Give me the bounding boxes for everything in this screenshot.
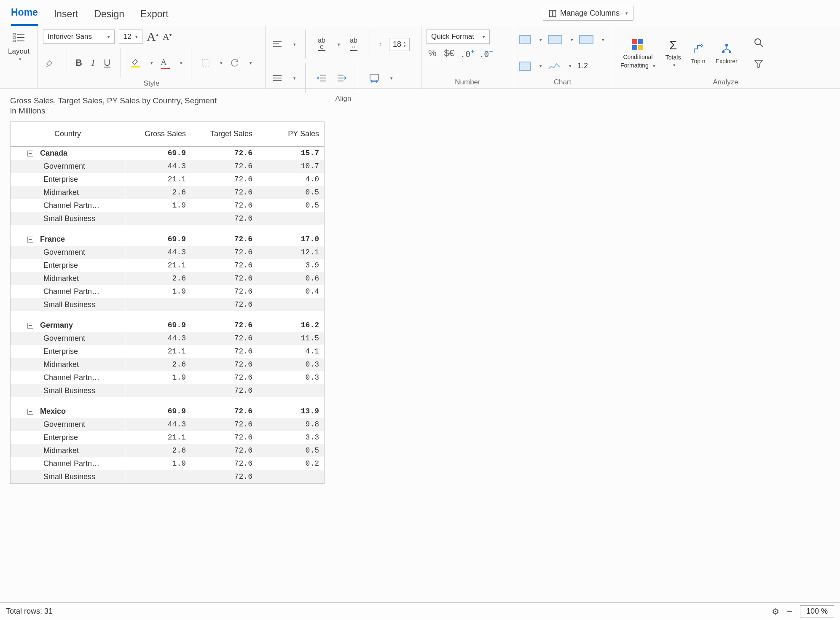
font-color-button[interactable]: A bbox=[159, 56, 172, 70]
tab-home[interactable]: Home bbox=[11, 7, 38, 26]
chevron-down-icon[interactable]: ▾ bbox=[150, 60, 153, 66]
table-row-parent[interactable]: −Germany69.972.616.2 bbox=[11, 319, 324, 332]
reset-style-button[interactable] bbox=[228, 58, 241, 68]
report-subtitle: in Millions bbox=[10, 106, 840, 116]
collapse-icon[interactable]: − bbox=[27, 151, 33, 156]
table-row[interactable]: Midmarket2.672.60.6 bbox=[11, 272, 324, 285]
chevron-down-icon[interactable]: ▾ bbox=[180, 60, 182, 66]
table-row[interactable]: Channel Partn…1.972.60.5 bbox=[11, 199, 324, 212]
chevron-down-icon[interactable]: ▾ bbox=[250, 60, 252, 66]
increase-decimal-button[interactable]: .0+ bbox=[460, 47, 475, 59]
percent-button[interactable]: % bbox=[427, 48, 438, 59]
manage-columns-icon bbox=[548, 9, 557, 18]
sparkline-button[interactable] bbox=[548, 62, 561, 70]
format-painter-icon[interactable] bbox=[43, 57, 56, 69]
fill-color-button[interactable] bbox=[129, 57, 142, 68]
table-row[interactable]: Enterprise21.172.63.3 bbox=[11, 431, 324, 444]
number-format-button[interactable]: 1.2 bbox=[577, 62, 588, 70]
gear-icon[interactable]: ⚙ bbox=[772, 607, 779, 617]
font-size-select[interactable]: 12▾ bbox=[119, 30, 142, 44]
chevron-down-icon[interactable]: ▾ bbox=[293, 75, 296, 81]
table-row-parent[interactable]: −France69.972.617.0 bbox=[11, 233, 324, 246]
table-row[interactable]: Small Business72.6 bbox=[11, 470, 324, 483]
topn-button[interactable]: Top n bbox=[687, 42, 709, 65]
table-row[interactable]: Enterprise21.172.63.9 bbox=[11, 259, 324, 272]
spinner-arrows[interactable]: ▴▾ bbox=[404, 40, 406, 48]
zoom-level[interactable]: 100 % bbox=[800, 605, 834, 617]
row-height-spinner[interactable]: 18 ▴▾ bbox=[389, 38, 410, 51]
horizontal-align-button[interactable] bbox=[271, 71, 284, 85]
col-country[interactable]: Country bbox=[11, 122, 125, 146]
table-row[interactable]: Government44.372.610.7 bbox=[11, 160, 324, 173]
chevron-down-icon[interactable]: ▾ bbox=[390, 75, 393, 81]
filter-icon[interactable] bbox=[752, 57, 765, 70]
manage-columns-button[interactable]: Manage Columns ▾ bbox=[543, 6, 633, 21]
group-style: Inforiver Sans▾ 12▾ A▴ A▾ B I U bbox=[38, 26, 266, 88]
fit-width-button[interactable] bbox=[368, 71, 381, 85]
vertical-align-button[interactable] bbox=[271, 38, 284, 51]
col-gross[interactable]: Gross Sales bbox=[125, 122, 192, 146]
bullet-chart-button[interactable] bbox=[519, 62, 531, 71]
totals-button[interactable]: Σ Totals ▾ bbox=[661, 38, 685, 68]
col-py[interactable]: PY Sales bbox=[258, 122, 325, 146]
table-row[interactable]: Channel Partn…1.972.60.2 bbox=[11, 457, 324, 470]
chevron-down-icon[interactable]: ▾ bbox=[293, 42, 296, 47]
explorer-button[interactable]: Explorer bbox=[711, 42, 742, 65]
col-target[interactable]: Target Sales bbox=[192, 122, 258, 146]
chevron-down-icon[interactable]: ▾ bbox=[338, 42, 340, 47]
chevron-down-icon[interactable]: ▾ bbox=[220, 60, 223, 66]
chevron-down-icon: ▾ bbox=[483, 34, 485, 40]
wrap-text-button[interactable]: abc bbox=[315, 38, 328, 51]
table-row[interactable]: Midmarket2.672.60.5 bbox=[11, 444, 324, 457]
svg-rect-28 bbox=[729, 51, 731, 53]
increase-indent-button[interactable] bbox=[335, 71, 349, 85]
table-row[interactable]: Enterprise21.172.64.1 bbox=[11, 345, 324, 358]
layout-icon[interactable] bbox=[11, 30, 27, 46]
chevron-down-icon[interactable]: ▾ bbox=[19, 57, 21, 62]
borders-button[interactable] bbox=[200, 58, 212, 68]
table-row[interactable]: Government44.372.69.8 bbox=[11, 418, 324, 431]
stacked-chart-button[interactable] bbox=[548, 35, 562, 44]
table-row[interactable]: Midmarket2.672.60.3 bbox=[11, 358, 324, 371]
chevron-down-icon[interactable]: ▾ bbox=[571, 37, 573, 43]
table-row[interactable]: Enterprise21.172.64.0 bbox=[11, 173, 324, 186]
chevron-down-icon[interactable]: ▾ bbox=[602, 37, 604, 43]
table-row-parent[interactable]: −Canada69.972.615.7 bbox=[11, 147, 324, 160]
table-row[interactable]: Small Business72.6 bbox=[11, 298, 324, 311]
table-row[interactable]: Government44.372.611.5 bbox=[11, 332, 324, 345]
font-family-select[interactable]: Inforiver Sans▾ bbox=[43, 30, 115, 44]
tab-export[interactable]: Export bbox=[140, 8, 168, 26]
quick-format-select[interactable]: Quick Format▾ bbox=[427, 30, 490, 44]
decrease-font-icon[interactable]: A▾ bbox=[163, 31, 172, 42]
decrease-decimal-button[interactable]: .0− bbox=[479, 47, 493, 59]
collapse-icon[interactable]: − bbox=[27, 409, 33, 415]
table-row[interactable]: Small Business72.6 bbox=[11, 384, 324, 397]
collapse-icon[interactable]: − bbox=[27, 323, 33, 329]
bar-chart-button[interactable] bbox=[519, 35, 531, 44]
table-row[interactable]: Government44.372.612.1 bbox=[11, 246, 324, 259]
search-icon[interactable] bbox=[752, 36, 765, 49]
table-row[interactable]: Midmarket2.672.60.5 bbox=[11, 186, 324, 199]
chevron-down-icon[interactable]: ▾ bbox=[569, 63, 572, 69]
chevron-down-icon[interactable]: ▾ bbox=[539, 63, 542, 69]
waterfall-chart-button[interactable] bbox=[579, 35, 593, 44]
currency-button[interactable]: $€ bbox=[443, 48, 456, 59]
italic-button[interactable]: I bbox=[90, 57, 96, 69]
tab-design[interactable]: Design bbox=[94, 8, 124, 26]
underline-button[interactable]: U bbox=[102, 57, 112, 69]
tab-insert[interactable]: Insert bbox=[54, 8, 78, 26]
table-row[interactable]: Channel Partn…1.972.60.3 bbox=[11, 371, 324, 384]
chevron-down-icon[interactable]: ▾ bbox=[539, 37, 542, 43]
increase-font-icon[interactable]: A▴ bbox=[147, 30, 158, 44]
text-overflow-button[interactable]: ab↔ bbox=[347, 38, 360, 51]
data-grid[interactable]: Country Gross Sales Target Sales PY Sale… bbox=[10, 121, 325, 484]
table-row[interactable]: Channel Partn…1.972.60.4 bbox=[11, 285, 324, 298]
bold-button[interactable]: B bbox=[74, 57, 84, 69]
collapse-icon[interactable]: − bbox=[27, 237, 33, 243]
separator bbox=[65, 48, 65, 78]
table-row-parent[interactable]: −Mexico69.972.613.9 bbox=[11, 405, 324, 418]
zoom-out-button[interactable]: − bbox=[784, 606, 796, 617]
conditional-formatting-button[interactable]: Conditional Formatting ▾ bbox=[616, 38, 660, 69]
table-row[interactable]: Small Business72.6 bbox=[11, 212, 324, 225]
decrease-indent-button[interactable] bbox=[315, 71, 328, 85]
